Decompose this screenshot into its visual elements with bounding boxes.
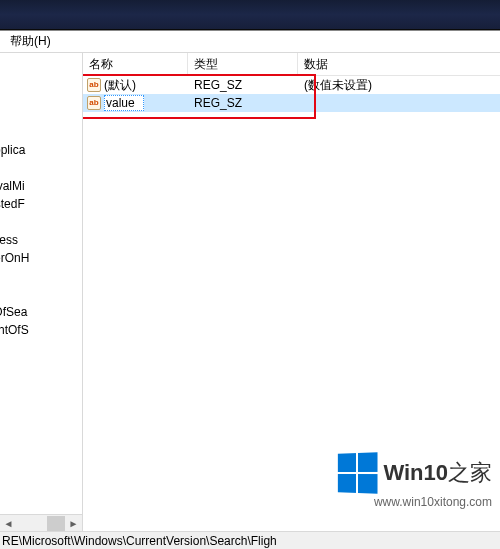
column-header-name[interactable]: 名称 [83,53,188,75]
column-header-type[interactable]: 类型 [188,53,298,75]
tree-item[interactable] [0,159,29,177]
value-data: (数值未设置) [298,77,500,94]
value-name: (默认) [104,77,136,94]
list-row[interactable]: ab value REG_SZ [83,94,500,112]
list-header: 名称 类型 数据 [83,53,500,76]
content-area: unchApplica chIntervalMi SuggestedF rCol… [0,53,500,531]
desktop-background [0,0,500,30]
statusbar-path: RE\Microsoft\Windows\CurrentVersion\Sear… [2,534,277,548]
tree-item[interactable]: chIntervalMi [0,177,29,195]
tree-item[interactable]: nPointerOnH [0,249,29,267]
string-value-icon: ab [87,96,101,110]
statusbar: RE\Microsoft\Windows\CurrentVersion\Sear… [0,531,500,549]
tree-item[interactable]: unchApplica [0,141,29,159]
tree-scrollbar-horizontal[interactable]: ◄ ► [0,514,82,531]
tree-pane[interactable]: unchApplica chIntervalMi SuggestedF rCol… [0,53,83,531]
list-rows: ab (默认) REG_SZ (数值未设置) ab value REG_SZ [83,76,500,112]
scroll-thumb[interactable] [47,516,65,531]
menu-help[interactable]: 帮助(H) [4,31,57,52]
list-row[interactable]: ab (默认) REG_SZ (数值未设置) [83,76,500,94]
string-value-icon: ab [87,78,101,92]
column-header-data[interactable]: 数据 [298,53,500,75]
regedit-window: 帮助(H) unchApplica chIntervalMi Suggested… [0,30,500,549]
list-pane[interactable]: 名称 类型 数据 ab (默认) REG_SZ (数值未设置) ab value [83,53,500,531]
scroll-right-icon[interactable]: ► [65,515,82,532]
tree-item[interactable]: k [0,339,29,357]
scroll-left-icon[interactable]: ◄ [0,515,17,532]
value-type: REG_SZ [188,78,298,92]
menubar: 帮助(H) [0,31,500,53]
tree-item[interactable]: phLeftOfSea [0,303,29,321]
value-name-edit[interactable]: value [104,95,144,111]
tree-item[interactable]: rColor [0,213,29,231]
tree-item[interactable]: rThickness [0,231,29,249]
tree-item[interactable]: Edit [0,285,29,303]
tree-item[interactable]: SuggestedF [0,195,29,213]
value-type: REG_SZ [188,96,298,110]
tree-items: unchApplica chIntervalMi SuggestedF rCol… [0,141,29,357]
tree-item[interactable]: ttonRightOfS [0,321,29,339]
tree-item[interactable]: p [0,267,29,285]
